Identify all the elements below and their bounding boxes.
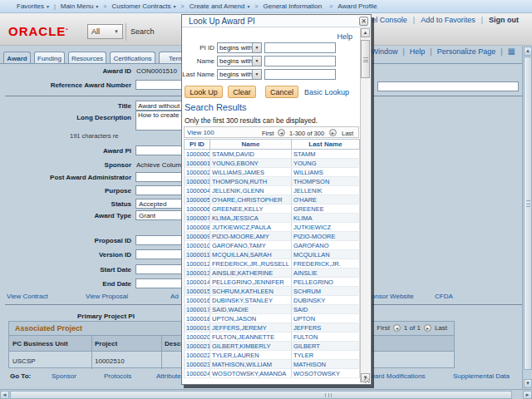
result-name[interactable]: PELLEGRINO,JENNIFER bbox=[210, 278, 292, 287]
result-name[interactable]: FREDERICK,JR.,RUSSELL bbox=[210, 259, 292, 268]
result-last-name[interactable]: PIZIO-MOORE bbox=[292, 232, 360, 241]
name-operator-select[interactable]: begins with▼ bbox=[217, 56, 262, 66]
close-icon[interactable]: ✕ bbox=[359, 17, 368, 26]
scroll-up-icon[interactable]: ▲ bbox=[524, 47, 532, 56]
pagination-last-label[interactable]: Last bbox=[342, 130, 353, 137]
result-last-name[interactable]: WOSOTOWSKY bbox=[292, 369, 360, 378]
goto-sponsor-link[interactable]: Sponsor bbox=[52, 372, 76, 380]
search-scope-select[interactable]: All▼ bbox=[87, 24, 123, 39]
result-last-name[interactable]: KLIMA bbox=[292, 214, 360, 223]
scroll-right-icon[interactable]: ► bbox=[523, 391, 532, 399]
dropdown-arrow-icon[interactable]: ▼ bbox=[252, 43, 261, 52]
result-pi-id[interactable]: 1000007 bbox=[185, 214, 210, 223]
result-name[interactable]: PIZIO-MOORE,AMY bbox=[210, 232, 292, 241]
result-name[interactable]: DUBINSKY,STANLEY bbox=[210, 296, 292, 305]
results-col-last-name[interactable]: Last Name bbox=[292, 140, 360, 150]
horizontal-scrollbar-thumb[interactable] bbox=[10, 391, 512, 399]
result-last-name[interactable]: THOMPSON bbox=[292, 177, 360, 186]
result-name[interactable]: AINSLIE,KATHERINE bbox=[210, 268, 292, 278]
result-pi-id[interactable]: 1000015 bbox=[185, 287, 210, 296]
result-row[interactable]: 1000012 FREDERICK,JR.,RUSSELL FREDERICK,… bbox=[185, 259, 360, 268]
horizontal-scrollbar[interactable]: ◄ ► bbox=[0, 389, 532, 399]
right-column-input[interactable] bbox=[377, 81, 519, 91]
result-pi-id[interactable]: 1000006 bbox=[185, 204, 210, 214]
result-pi-id[interactable]: 1000005 bbox=[185, 195, 210, 204]
result-row[interactable]: 1000008 JUTKIEWICZ,PAULA JUTKIEWICZ bbox=[185, 223, 360, 232]
result-name[interactable]: GILBERT,KIMBERLY bbox=[210, 342, 292, 351]
result-pi-id[interactable]: 1000017 bbox=[185, 305, 210, 314]
result-pi-id[interactable]: 1000022 bbox=[185, 351, 210, 360]
result-last-name[interactable]: PELLEGRINO bbox=[292, 278, 360, 287]
result-name[interactable]: KLIMA,JESSICA bbox=[210, 214, 292, 223]
view-contract-link[interactable]: View Contract bbox=[7, 293, 48, 300]
result-row[interactable]: 1000002 WILLIAMS,JAMES WILLIAMS bbox=[185, 168, 360, 177]
result-pi-id[interactable]: 1000010 bbox=[185, 241, 210, 250]
result-name[interactable]: JEFFERS,JEREMY bbox=[210, 323, 292, 332]
dropdown-arrow-icon[interactable]: ▼ bbox=[252, 70, 261, 79]
result-row[interactable]: 1000007 KLIMA,JESSICA KLIMA bbox=[185, 214, 360, 223]
sign-out-link[interactable]: Sign out bbox=[489, 16, 519, 24]
pi-id-input[interactable] bbox=[264, 42, 336, 53]
result-last-name[interactable]: DUBINSKY bbox=[292, 296, 360, 305]
result-last-name[interactable]: YOUNG bbox=[292, 159, 360, 168]
breadcrumb-item[interactable]: Create and Amend▾ bbox=[190, 2, 250, 10]
dialog-help-link[interactable]: Help bbox=[337, 32, 352, 41]
result-row[interactable]: 1000013 AINSLIE,KATHERINE AINSLIE bbox=[185, 268, 360, 278]
dropdown-arrow-icon[interactable]: ▼ bbox=[252, 57, 261, 66]
tab-award[interactable]: Award bbox=[3, 52, 31, 63]
tab-certifications[interactable]: Certifications bbox=[110, 52, 155, 63]
result-pi-id[interactable]: 1000019 bbox=[185, 323, 210, 332]
result-name[interactable]: JUTKIEWICZ,PAULA bbox=[210, 223, 292, 232]
last-name-input[interactable] bbox=[264, 69, 336, 80]
result-name[interactable]: UPTON,JASON bbox=[210, 314, 292, 323]
results-col-pi-id[interactable]: PI ID bbox=[185, 140, 210, 150]
result-pi-id[interactable]: 1000023 bbox=[185, 360, 210, 369]
grid-cell-project[interactable]: 10002510 bbox=[95, 357, 125, 365]
result-name[interactable]: GAROFANO,TAMY bbox=[210, 241, 292, 250]
result-last-name[interactable]: FREDERICK,JR. bbox=[292, 259, 360, 268]
result-last-name[interactable]: TYLER bbox=[292, 351, 360, 360]
result-name[interactable]: SAID,WADIE bbox=[210, 305, 292, 314]
result-name[interactable]: TYLER,LAUREN bbox=[210, 351, 292, 360]
scroll-left-icon[interactable]: ◄ bbox=[0, 391, 9, 399]
result-row[interactable]: 1000003 THOMPSON,RUTH THOMPSON bbox=[185, 177, 360, 186]
breadcrumb-item[interactable]: Award Profile bbox=[337, 2, 379, 10]
result-name[interactable]: STAMM,DAVID bbox=[210, 150, 292, 159]
cancel-button[interactable]: Cancel bbox=[265, 86, 298, 98]
prev-page-icon[interactable]: ◄ bbox=[278, 129, 285, 136]
result-last-name[interactable]: GAROFANO bbox=[292, 241, 360, 250]
result-pi-id[interactable]: 1000024 bbox=[185, 369, 210, 378]
result-pi-id[interactable]: 1000012 bbox=[185, 259, 210, 268]
result-row[interactable]: 1000022 TYLER,LAUREN TYLER bbox=[185, 351, 360, 360]
result-pi-id[interactable]: 1000000 bbox=[185, 150, 210, 159]
result-last-name[interactable]: MCQUILLAN bbox=[292, 250, 360, 259]
result-last-name[interactable]: STAMM bbox=[292, 150, 360, 159]
result-row[interactable]: 1000017 SAID,WADIE SAID bbox=[185, 305, 360, 314]
result-last-name[interactable]: GILBERT bbox=[292, 342, 360, 351]
breadcrumb-item[interactable]: Customer Contracts▾ bbox=[111, 2, 175, 10]
result-row[interactable]: 1000021 GILBERT,KIMBERLY GILBERT bbox=[185, 342, 360, 351]
result-name[interactable]: O'HARE,CHRISTOPHER bbox=[210, 195, 292, 204]
result-last-name[interactable]: WILLIAMS bbox=[292, 168, 360, 177]
result-last-name[interactable]: FULTON bbox=[292, 332, 360, 342]
result-last-name[interactable]: SAID bbox=[292, 305, 360, 314]
tab-resources[interactable]: Resources bbox=[68, 52, 106, 63]
help-link[interactable]: Help bbox=[410, 47, 426, 56]
result-name[interactable]: WOSOTOWSKY,AMANDA bbox=[210, 369, 292, 378]
result-name[interactable]: WILLIAMS,JAMES bbox=[210, 168, 292, 177]
resize-grip-icon[interactable] bbox=[364, 377, 370, 383]
result-last-name[interactable]: JELLENIK bbox=[292, 186, 360, 195]
pagination-last-label[interactable]: Last bbox=[435, 324, 447, 332]
result-pi-id[interactable]: 1000013 bbox=[185, 268, 210, 278]
result-row[interactable]: 1000016 DUBINSKY,STANLEY DUBINSKY bbox=[185, 296, 360, 305]
result-last-name[interactable]: GREENEE bbox=[292, 204, 360, 214]
result-pi-id[interactable]: 1000016 bbox=[185, 296, 210, 305]
add-to-favorites-link[interactable]: Add to Favorites bbox=[421, 16, 475, 24]
result-row[interactable]: 1000004 JELLENIK,GLENN JELLENIK bbox=[185, 186, 360, 195]
result-name[interactable]: THOMPSON,RUTH bbox=[210, 177, 292, 186]
result-pi-id[interactable]: 1000018 bbox=[185, 314, 210, 323]
result-name[interactable]: MCQUILLAN,SARAH bbox=[210, 250, 292, 259]
goto-protocols-link[interactable]: Protocols bbox=[104, 372, 131, 380]
breadcrumb-item[interactable]: Favorites▾ bbox=[17, 2, 49, 10]
result-row[interactable]: 1000015 SCHRUM,KATHLEEN SCHRUM bbox=[185, 287, 360, 296]
